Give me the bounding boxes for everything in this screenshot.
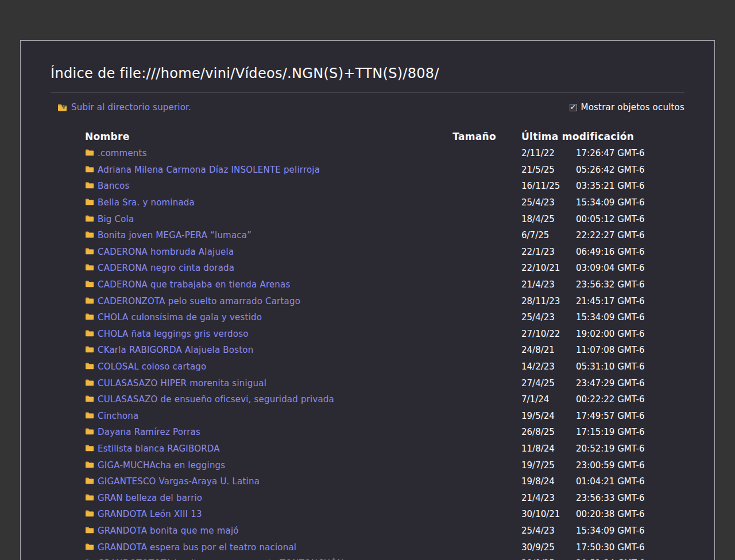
folder-link[interactable]: Bella Sra. y nominada [85, 197, 195, 208]
folder-link[interactable]: CULASASAZO de ensueño oficsevi, segurida… [85, 394, 334, 405]
cell-date: 28/11/23 [496, 296, 576, 306]
cell-date: 27/10/22 [496, 329, 576, 339]
cell-time: 11:07:08 GMT-6 [576, 345, 684, 355]
cell-time: 05:26:42 GMT-6 [576, 165, 684, 175]
folder-name: .comments [98, 148, 147, 158]
folder-link[interactable]: GIGANTESCO Vargas-Araya U. Latina [85, 476, 260, 487]
folder-link[interactable]: COLOSAL coloso cartago [85, 361, 206, 372]
folder-icon [85, 444, 94, 454]
table-row: CHOLA ñata leggings gris verdoso 27/10/2… [85, 326, 684, 343]
folder-link[interactable]: Estilista blanca RAGIBORDA [85, 444, 220, 454]
folder-link[interactable]: GRANDOTA León XIII 13 [85, 509, 202, 519]
cell-time: 23:56:32 GMT-6 [576, 279, 684, 290]
folder-link[interactable]: CADERONA negro cinta dorada [85, 263, 234, 273]
cell-time: 05:31:10 GMT-6 [576, 361, 684, 372]
cell-time: 17:49:57 GMT-6 [576, 411, 684, 421]
cell-time: 17:26:47 GMT-6 [576, 148, 684, 158]
folder-name: COLOSAL coloso cartago [98, 361, 206, 372]
table-row: CULASASAZO HIPER morenita sinigual 27/4/… [85, 375, 684, 391]
folder-icon [85, 526, 94, 536]
folder-link[interactable]: Cinchona [85, 411, 138, 421]
cell-date: 26/8/25 [496, 427, 576, 437]
folder-name: CADERONA que trabajaba en tienda Arenas [98, 279, 290, 290]
table-row: GIGANTESCO Vargas-Araya U. Latina 19/8/2… [85, 473, 684, 490]
table-row: Bancos 16/11/25 03:35:21 GMT-6 [85, 178, 684, 195]
folder-link[interactable]: CHOLA culonsísima de gala y vestido [85, 312, 262, 322]
cell-time: 21:45:17 GMT-6 [576, 296, 684, 306]
folder-link[interactable]: CADERONZOTA pelo suelto amarrado Cartago [85, 296, 300, 306]
folder-link[interactable]: GRANDOTA bonita que me majó [85, 526, 239, 536]
folder-icon [85, 493, 94, 503]
show-hidden-checkbox[interactable] [570, 104, 577, 111]
cell-date: 25/4/23 [496, 312, 576, 322]
table-row: Big Cola 18/4/25 00:05:12 GMT-6 [85, 211, 684, 227]
folder-icon [85, 378, 94, 388]
folder-icon [85, 148, 94, 158]
folder-link[interactable]: CULASASAZO HIPER morenita sinigual [85, 378, 266, 388]
table-row: Bella Sra. y nominada 25/4/23 15:34:09 G… [85, 195, 684, 211]
folder-name: CHOLA ñata leggings gris verdoso [98, 329, 249, 339]
cell-date: 19/7/25 [496, 460, 576, 470]
folder-icon [85, 329, 94, 339]
cell-date: 18/4/25 [496, 214, 576, 224]
file-listing: Nombre Tamaño Última modificación .comme… [85, 128, 684, 560]
up-directory-link[interactable]: Subir al directorio superior. [57, 102, 191, 112]
folder-link[interactable]: Bonita joven MEGA-PERA “lumaca” [85, 230, 252, 240]
folder-link[interactable]: CADERONA hombruda Alajuela [85, 247, 234, 257]
folder-icon [85, 197, 94, 208]
folder-link[interactable]: Bancos [85, 181, 129, 191]
folder-icon [85, 279, 94, 290]
folder-link[interactable]: Big Cola [85, 214, 134, 224]
cell-date: 27/4/25 [496, 378, 576, 388]
cell-time: 00:20:38 GMT-6 [576, 509, 684, 519]
cell-date: 24/8/21 [496, 345, 576, 355]
folder-icon [85, 542, 94, 553]
table-row: Adriana Milena Carmona Díaz INSOLENTE pe… [85, 162, 684, 178]
folder-link[interactable]: Dayana Ramírez Porras [85, 427, 200, 437]
folder-icon [85, 427, 94, 437]
folder-name: CADERONA negro cinta dorada [98, 263, 234, 273]
folder-icon [85, 165, 94, 175]
folder-link[interactable]: CKarla RABIGORDA Alajuela Boston [85, 345, 253, 355]
table-row: CADERONA negro cinta dorada 22/10/21 03:… [85, 260, 684, 277]
folder-name: CHOLA culonsísima de gala y vestido [98, 312, 262, 322]
cell-time: 20:52:19 GMT-6 [576, 444, 684, 454]
table-row: GRANDOTA bonita que me majó 25/4/23 15:3… [85, 523, 684, 539]
folder-link[interactable]: CADERONA que trabajaba en tienda Arenas [85, 279, 290, 290]
folder-name: Bonita joven MEGA-PERA “lumaca” [98, 230, 252, 240]
cell-time: 19:02:00 GMT-6 [576, 329, 684, 339]
table-row: CADERONA que trabajaba en tienda Arenas … [85, 277, 684, 293]
cell-date: 25/4/23 [496, 526, 576, 536]
folder-link[interactable]: Adriana Milena Carmona Díaz INSOLENTE pe… [85, 165, 320, 175]
table-row: GRANDOTOTOTA bonita que me encanta TONTO… [85, 555, 684, 560]
folder-up-icon [57, 103, 67, 111]
listing-header: Nombre Tamaño Última modificación [85, 128, 684, 145]
table-row: GRANDOTA espera bus por el teatro nacion… [85, 539, 684, 555]
folder-name: Big Cola [98, 214, 134, 224]
folder-icon [85, 345, 94, 355]
cell-time: 00:22:22 GMT-6 [576, 394, 684, 405]
cell-time: 01:04:21 GMT-6 [576, 476, 684, 487]
folder-link[interactable]: .comments [85, 148, 147, 158]
table-row: GIGA-MUCHAcha en leggings 19/7/25 23:00:… [85, 457, 684, 473]
folder-name: CULASASAZO de ensueño oficsevi, segurida… [98, 394, 334, 405]
folder-name: CADERONZOTA pelo suelto amarrado Cartago [98, 296, 300, 306]
folder-link[interactable]: GRANDOTA espera bus por el teatro nacion… [85, 542, 296, 553]
folder-link[interactable]: GRAN belleza del barrio [85, 493, 202, 503]
folder-link[interactable]: CHOLA ñata leggings gris verdoso [85, 329, 249, 339]
folder-name: CKarla RABIGORDA Alajuela Boston [98, 345, 253, 355]
cell-time: 15:34:09 GMT-6 [576, 526, 684, 536]
folder-icon [85, 509, 94, 519]
folder-icon [85, 476, 94, 487]
listing-rows: .comments 2/11/22 17:26:47 GMT-6 Adriana… [85, 145, 684, 560]
table-row: COLOSAL coloso cartago 14/2/23 05:31:10 … [85, 359, 684, 375]
folder-link[interactable]: GIGA-MUCHAcha en leggings [85, 460, 225, 470]
folder-icon [85, 361, 94, 372]
cell-time: 23:47:29 GMT-6 [576, 378, 684, 388]
up-directory-label: Subir al directorio superior. [71, 102, 191, 112]
cell-date: 25/4/23 [496, 197, 576, 208]
folder-icon [85, 181, 94, 191]
cell-date: 19/5/24 [496, 411, 576, 421]
column-header-size: Tamaño [446, 131, 496, 142]
cell-date: 6/7/25 [496, 230, 576, 240]
